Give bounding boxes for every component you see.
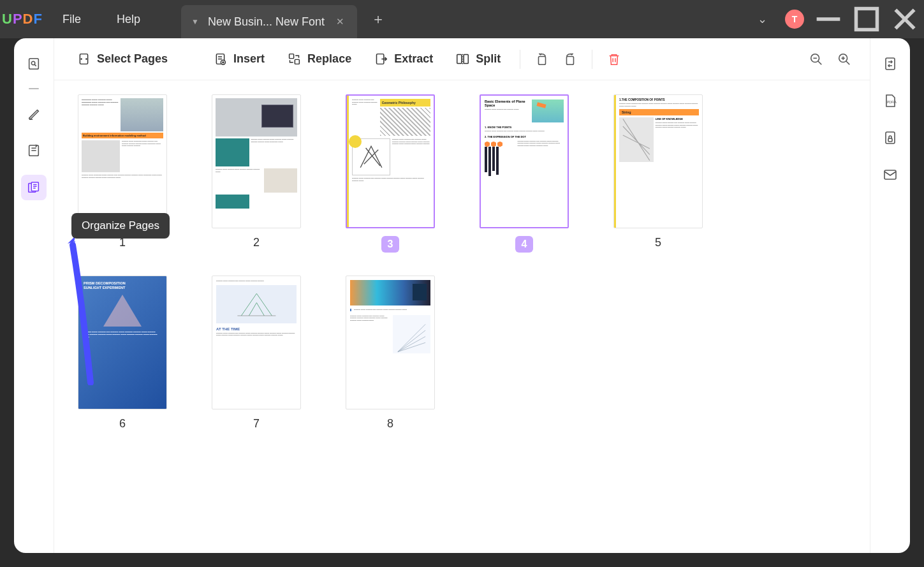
rotate-right-button[interactable] [559, 48, 582, 71]
page-number: 2 [253, 236, 260, 249]
divider [592, 50, 592, 69]
window-controls: ⌄ T [750, 0, 919, 38]
pdfa-tool[interactable]: PDF/A [877, 88, 903, 114]
select-pages-label: Select Pages [97, 52, 168, 66]
insert-label: Insert [233, 52, 265, 66]
page-thumbnail-1[interactable]: ▬▬▬▬▬ ▬▬▬ ▬▬▬▬ ▬▬▬ ▬▬▬▬▬ ▬▬▬ ▬▬▬▬ ▬▬ ▬▬▬… [78, 94, 167, 228]
pages-grid: ▬▬▬▬▬ ▬▬▬ ▬▬▬▬ ▬▬▬ ▬▬▬▬▬ ▬▬▬ ▬▬▬▬ ▬▬ ▬▬▬… [54, 80, 870, 553]
page-thumbnail-8[interactable]: ▬▬▬▬ ▬▬▬ ▬▬▬▬ ▬▬ ▬▬▬▬ ▬▬▬ ▬▬▬▬ ▬▬▬▬ ▬▬▬ … [346, 276, 435, 409]
zoom-in-button[interactable] [833, 48, 856, 71]
tab-title: New Busin... New Font [208, 15, 325, 29]
divider [520, 50, 520, 69]
menu-help[interactable]: Help [99, 0, 158, 38]
share-tool[interactable] [877, 162, 903, 188]
thumb-sub: 1. KNOW THE POINTS [485, 126, 564, 129]
page-thumbnail-3[interactable]: ▬▬▬▬ ▬▬▬ ▬▬▬▬ ▬▬ ▬▬▬▬ ▬▬▬ ▬▬▬▬ ▬▬▬▬ ▬▬▬ … [346, 94, 435, 228]
user-avatar[interactable]: T [785, 10, 804, 29]
organize-pages-tool[interactable] [21, 175, 47, 200]
page-number: 7 [253, 417, 260, 431]
page-item: ▬▬▬▬ ▬▬▬ ▬▬▬▬ ▬▬▬ ▬▬▬▬ ▬▬▬ ▬▬▬▬ ▬▬▬▬ ▬▬▬… [209, 94, 304, 253]
page-thumbnail-7[interactable]: ▬▬▬▬ ▬▬▬ ▬▬▬▬ ▬▬ ▬▬▬▬ ▬▬▬ ▬▬▬▬ ▬▬▬▬ AT T… [212, 276, 301, 409]
protect-tool[interactable] [877, 125, 903, 151]
thumb-caption: Building environment information modelin… [82, 133, 163, 138]
page-number: 8 [387, 417, 393, 431]
svg-rect-23 [290, 54, 294, 59]
svg-text:PDF/A: PDF/A [887, 100, 897, 104]
svg-line-6 [34, 64, 36, 66]
main-panel: Select Pages Insert Replace Extract Spli… [54, 38, 870, 553]
highlight-tool[interactable] [21, 101, 47, 126]
tooltip-organize-pages: Organize Pages [71, 213, 170, 239]
page-item: ▬▬▬▬ ▬▬▬ ▬▬▬▬ ▬▬ ▬▬▬▬ ▬▬▬ ▬▬▬▬ ▬▬▬▬ AT T… [209, 276, 304, 431]
chevron-down-icon[interactable]: ⌄ [750, 8, 775, 30]
page-number: 3 [381, 236, 399, 253]
divider [29, 88, 39, 89]
maximize-button[interactable] [853, 8, 881, 31]
thumb-caption: Geometric Philosophy [380, 99, 430, 107]
thumb-sub: 2. THE EXPRESSION OF THE DOT [485, 135, 564, 138]
thumb-caption: 1.THE COMPOSITION OF POINTS [619, 98, 699, 101]
split-label: Split [476, 52, 501, 66]
svg-line-37 [846, 61, 850, 64]
split-button[interactable]: Split [447, 47, 510, 71]
workspace: Select Pages Insert Replace Extract Spli… [14, 38, 910, 553]
svg-rect-45 [884, 170, 896, 179]
thumb-caption: AT THE TIME [216, 327, 297, 331]
document-tab[interactable]: ▼ New Busin... New Font ✕ [181, 5, 357, 38]
page-item: Basic Elements of Plane Space ▬▬▬▬ ▬▬▬ ▬… [476, 94, 572, 253]
svg-rect-41 [886, 58, 895, 70]
svg-rect-30 [567, 56, 574, 64]
app-logo: UPDF [0, 0, 45, 38]
replace-button[interactable]: Replace [279, 47, 360, 71]
tab-close-icon[interactable]: ✕ [334, 16, 347, 27]
page-item: ▬▬▬▬ ▬▬▬ ▬▬▬▬ ▬▬ ▬▬▬▬ ▬▬▬ ▬▬▬▬ ▬▬▬▬ ▬▬▬ … [342, 94, 438, 253]
extract-button[interactable]: Extract [365, 47, 442, 71]
organize-toolbar: Select Pages Insert Replace Extract Spli… [54, 38, 870, 80]
insert-button[interactable]: Insert [205, 47, 274, 71]
menu-file[interactable]: File [45, 0, 99, 38]
select-pages-button[interactable]: Select Pages [68, 47, 177, 71]
page-item: ▬▬▬▬ ▬▬▬ ▬▬▬▬ ▬▬ ▬▬▬▬ ▬▬▬ ▬▬▬▬ ▬▬▬▬ ▬▬▬ … [342, 276, 438, 431]
right-toolbar: PDF/A [870, 38, 910, 553]
form-tool[interactable] [21, 138, 47, 163]
thumb-badge: String [619, 109, 699, 115]
svg-line-34 [818, 61, 822, 64]
annotation-arrow [64, 232, 99, 388]
thumb-caption: Basic Elements of Plane Space [485, 99, 529, 107]
replace-label: Replace [307, 52, 351, 66]
svg-rect-1 [856, 9, 877, 30]
thumb-sub: LINE OF KNOWLEDGE [656, 117, 699, 121]
convert-tool[interactable] [877, 51, 903, 77]
svg-rect-27 [464, 55, 468, 64]
page-thumbnail-4[interactable]: Basic Elements of Plane Space ▬▬▬▬ ▬▬▬ ▬… [480, 94, 569, 228]
tab-dropdown-icon[interactable]: ▼ [191, 17, 199, 26]
page-number: 6 [119, 417, 126, 431]
page-number: 4 [515, 236, 533, 253]
new-tab-button[interactable]: ＋ [371, 10, 385, 29]
page-thumbnail-2[interactable]: ▬▬▬▬ ▬▬▬ ▬▬▬▬ ▬▬▬ ▬▬▬▬ ▬▬▬ ▬▬▬▬ ▬▬▬▬ ▬▬▬… [212, 94, 301, 228]
zoom-out-button[interactable] [805, 48, 828, 71]
rotate-left-button[interactable] [531, 48, 554, 71]
svg-rect-24 [295, 59, 299, 64]
page-thumbnail-5[interactable]: 1.THE COMPOSITION OF POINTS ▬▬▬▬ ▬▬▬ ▬▬▬… [613, 94, 703, 228]
title-bar: UPDF File Help ▼ New Busin... New Font ✕… [0, 0, 924, 38]
minimize-button[interactable] [814, 8, 842, 31]
close-button[interactable] [891, 8, 919, 31]
svg-rect-4 [29, 59, 39, 70]
page-item: 1.THE COMPOSITION OF POINTS ▬▬▬▬ ▬▬▬ ▬▬▬… [610, 94, 706, 253]
page-number: 5 [655, 236, 661, 249]
delete-button[interactable] [603, 48, 626, 71]
svg-rect-44 [888, 138, 892, 142]
svg-rect-29 [539, 56, 546, 64]
extract-label: Extract [394, 52, 433, 66]
left-toolbar [14, 38, 54, 553]
svg-rect-26 [457, 55, 462, 64]
thumbnails-tool[interactable] [21, 51, 47, 77]
